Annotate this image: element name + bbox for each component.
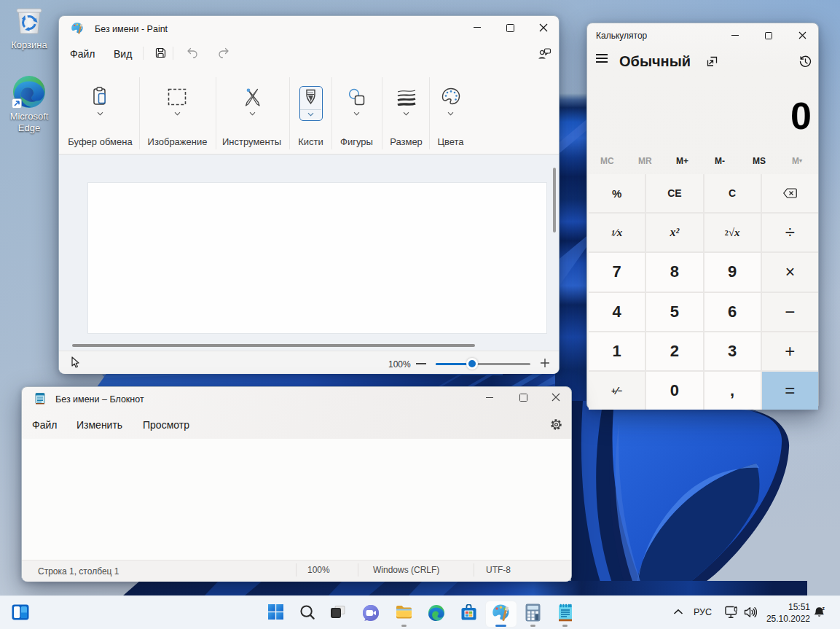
- svg-text:z: z: [823, 612, 825, 616]
- svg-text:z: z: [823, 606, 825, 611]
